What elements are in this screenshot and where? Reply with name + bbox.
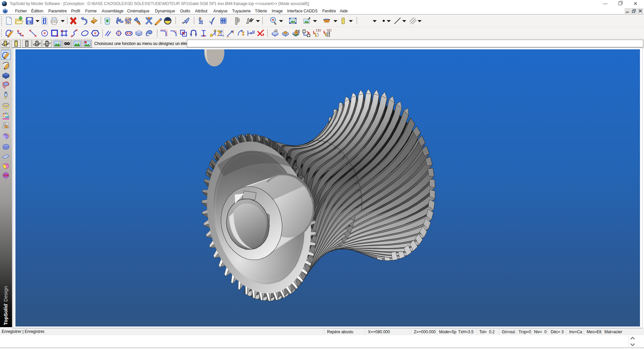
svg-text:FDM: FDM	[4, 174, 9, 177]
